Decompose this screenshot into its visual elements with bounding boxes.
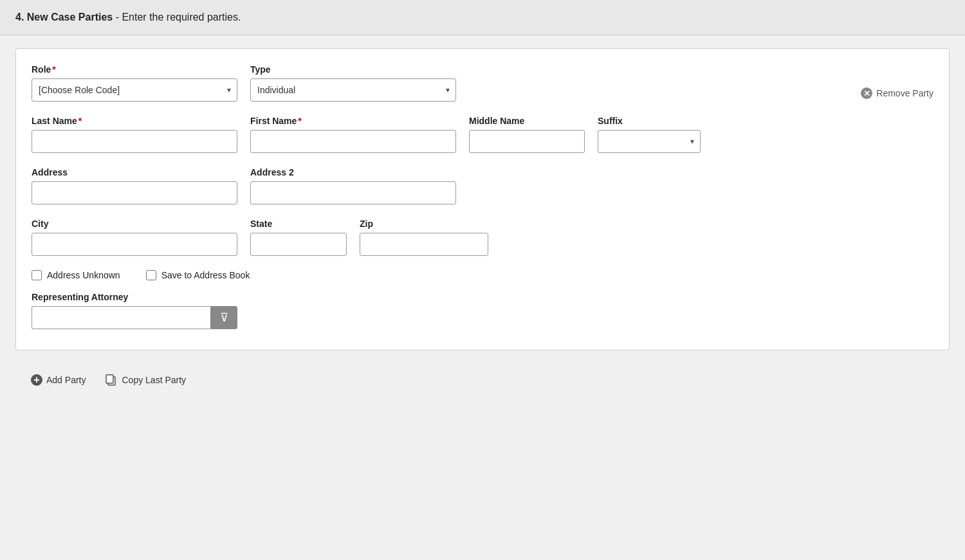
svg-rect-1	[106, 375, 113, 383]
remove-party-label: Remove Party	[876, 88, 933, 98]
type-label: Type	[250, 64, 456, 75]
middle-name-input[interactable]	[469, 130, 585, 153]
first-name-label: First Name*	[250, 116, 456, 126]
add-party-button[interactable]: + Add Party	[31, 374, 86, 386]
add-party-icon: +	[31, 374, 42, 386]
address-unknown-label[interactable]: Address Unknown	[32, 270, 120, 280]
row-attorney: Representing Attorney ⊽	[32, 292, 933, 329]
middle-name-group: Middle Name	[469, 116, 585, 153]
remove-party-button[interactable]: ✕ Remove Party	[861, 87, 933, 99]
type-group: Type Individual Business Government	[250, 64, 456, 102]
address-unknown-text: Address Unknown	[47, 270, 120, 280]
city-input[interactable]	[32, 233, 237, 256]
suffix-label: Suffix	[598, 116, 701, 126]
copy-last-party-label: Copy Last Party	[122, 375, 186, 385]
remove-icon: ✕	[861, 87, 872, 99]
address-group: Address	[32, 167, 237, 204]
middle-name-label: Middle Name	[469, 116, 585, 126]
save-address-checkbox[interactable]	[146, 270, 156, 280]
zip-input[interactable]	[360, 233, 488, 256]
city-group: City	[32, 219, 237, 256]
bottom-actions: + Add Party Copy Last Party	[15, 363, 950, 397]
copy-icon	[105, 374, 118, 386]
state-label: State	[250, 219, 347, 229]
address-unknown-checkbox[interactable]	[32, 270, 42, 280]
state-input[interactable]	[250, 233, 347, 256]
attorney-filter-button[interactable]: ⊽	[210, 306, 237, 329]
attorney-input[interactable]	[32, 306, 210, 329]
section-title: New Case Parties	[27, 12, 113, 23]
save-address-text: Save to Address Book	[161, 270, 250, 280]
last-name-group: Last Name*	[32, 116, 237, 153]
address-label: Address	[32, 167, 237, 177]
row-address: Address Address 2	[32, 167, 933, 204]
type-select-wrapper: Individual Business Government	[250, 78, 456, 102]
last-name-input[interactable]	[32, 130, 237, 153]
section-subtitle: Enter the required parties.	[122, 12, 241, 23]
first-name-input[interactable]	[250, 130, 456, 153]
representing-attorney-label: Representing Attorney	[32, 292, 933, 302]
row-checkboxes: Address Unknown Save to Address Book	[32, 270, 933, 280]
suffix-select[interactable]: Jr. Sr. II III IV	[598, 130, 701, 153]
suffix-select-wrapper: Jr. Sr. II III IV	[598, 130, 701, 153]
role-select[interactable]: [Choose Role Code]	[32, 78, 237, 102]
row-role-type: Role* [Choose Role Code] Type Individual…	[32, 64, 933, 102]
row-names: Last Name* First Name* Middle Name Suffi…	[32, 116, 933, 153]
city-label: City	[32, 219, 237, 229]
type-select[interactable]: Individual Business Government	[250, 78, 456, 102]
address2-input[interactable]	[250, 181, 456, 204]
section-separator: -	[116, 12, 122, 23]
role-select-wrapper: [Choose Role Code]	[32, 78, 237, 102]
filter-icon: ⊽	[220, 311, 228, 325]
role-group: Role* [Choose Role Code]	[32, 64, 237, 102]
section-number: 4.	[15, 12, 24, 23]
section-header: 4. New Case Parties - Enter the required…	[0, 0, 965, 35]
zip-label: Zip	[360, 219, 488, 229]
page-body: Role* [Choose Role Code] Type Individual…	[0, 35, 965, 410]
last-name-label: Last Name*	[32, 116, 237, 126]
add-party-label: Add Party	[46, 375, 86, 385]
attorney-input-group: ⊽	[32, 306, 237, 329]
copy-last-party-button[interactable]: Copy Last Party	[105, 374, 186, 386]
suffix-group: Suffix Jr. Sr. II III IV	[598, 116, 701, 153]
first-name-group: First Name*	[250, 116, 456, 153]
address2-group: Address 2	[250, 167, 456, 204]
address2-label: Address 2	[250, 167, 456, 177]
save-address-label[interactable]: Save to Address Book	[146, 270, 250, 280]
row-city-state-zip: City State Zip	[32, 219, 933, 256]
address-input[interactable]	[32, 181, 237, 204]
zip-group: Zip	[360, 219, 488, 256]
state-group: State	[250, 219, 347, 256]
party-card: Role* [Choose Role Code] Type Individual…	[15, 48, 950, 350]
role-label: Role*	[32, 64, 237, 75]
